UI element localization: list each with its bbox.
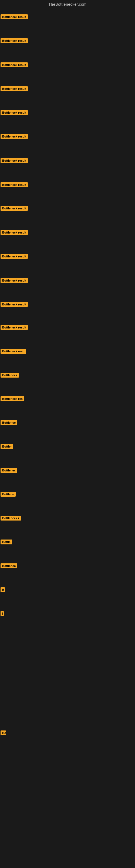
bottleneck-badge: Bottleneck (1, 373, 19, 378)
bottleneck-badge: Bottler (1, 444, 13, 449)
bottleneck-badge: | (1, 611, 4, 616)
bottleneck-item: Bottlene (1, 492, 16, 498)
bottleneck-badge: Bottlene (1, 492, 16, 497)
bottleneck-badge: Bottleneck result (1, 62, 28, 67)
bottleneck-badge: B (1, 587, 5, 592)
bottleneck-badge: Bottleneck result (1, 206, 28, 211)
bottleneck-badge: Bottleneck result (1, 278, 28, 283)
bottleneck-badge: Bottleneck result (1, 38, 28, 43)
bottleneck-item: Bottleneck result (1, 110, 28, 116)
bottleneck-badge: Bottlenec (1, 468, 17, 473)
bottleneck-item: B (1, 587, 5, 593)
bottleneck-item: Bottleneck result (1, 38, 28, 44)
bottleneck-item: Bottleneck (1, 373, 19, 379)
bottleneck-badge: Bottleneck res (1, 396, 24, 401)
bottleneck-badge: Bottleneck result (1, 254, 28, 259)
bottleneck-badge: Bottleneck r (1, 516, 21, 521)
bottleneck-item: Bottleneck result (1, 62, 28, 68)
bottleneck-item: Bottleneck result (1, 325, 28, 331)
bottleneck-item: Bottlenec (1, 420, 17, 426)
bottleneck-badge: Bo (1, 731, 6, 735)
bottleneck-item: Bottlenec (1, 468, 17, 474)
bottleneck-item: Bottleneck result (1, 278, 28, 284)
bottleneck-badge: Bottleneck result (1, 158, 28, 163)
bottleneck-badge: Bottleneck result (1, 325, 28, 330)
bottleneck-item: Bottleneck resu (1, 349, 26, 355)
bottleneck-item: Bottleneck result (1, 14, 28, 20)
bottleneck-item: Bottleneck result (1, 182, 28, 188)
bottleneck-badge: Bottleneck result (1, 134, 28, 139)
bottleneck-badge: Bottleneck resu (1, 349, 26, 354)
bottleneck-item: | (1, 611, 4, 617)
bottleneck-item: Bo (1, 731, 6, 737)
bottleneck-item: Bottleneck result (1, 158, 28, 164)
bottleneck-badge: Bottlenec (1, 563, 17, 568)
bottleneck-item: Bottleneck result (1, 230, 28, 236)
bottleneck-badge: Bottleneck result (1, 230, 28, 235)
bottleneck-badge: Bottleneck result (1, 302, 28, 307)
bottleneck-item: Bottlenec (1, 563, 17, 569)
bottleneck-item: Bottleneck result (1, 206, 28, 212)
bottleneck-badge: Bottle (1, 539, 12, 545)
bottleneck-item: Bottle (1, 539, 12, 546)
bottleneck-item: Bottleneck result (1, 302, 28, 308)
bottleneck-badge: Bottlenec (1, 420, 17, 425)
items-container: Bottleneck resultBottleneck resultBottle… (0, 10, 135, 868)
bottleneck-item: Bottleneck result (1, 86, 28, 92)
bottleneck-badge: Bottleneck result (1, 110, 28, 115)
bottleneck-badge: Bottleneck result (1, 14, 28, 19)
bottleneck-item: Bottleneck result (1, 254, 28, 260)
bottleneck-badge: Bottleneck result (1, 182, 28, 187)
bottleneck-item: Bottleneck result (1, 134, 28, 140)
bottleneck-item: Bottleneck res (1, 396, 24, 402)
site-header: TheBottlenecker.com (0, 0, 135, 10)
bottleneck-item: Bottler (1, 444, 13, 450)
bottleneck-badge: Bottleneck result (1, 86, 28, 91)
bottleneck-item: Bottleneck r (1, 516, 21, 522)
